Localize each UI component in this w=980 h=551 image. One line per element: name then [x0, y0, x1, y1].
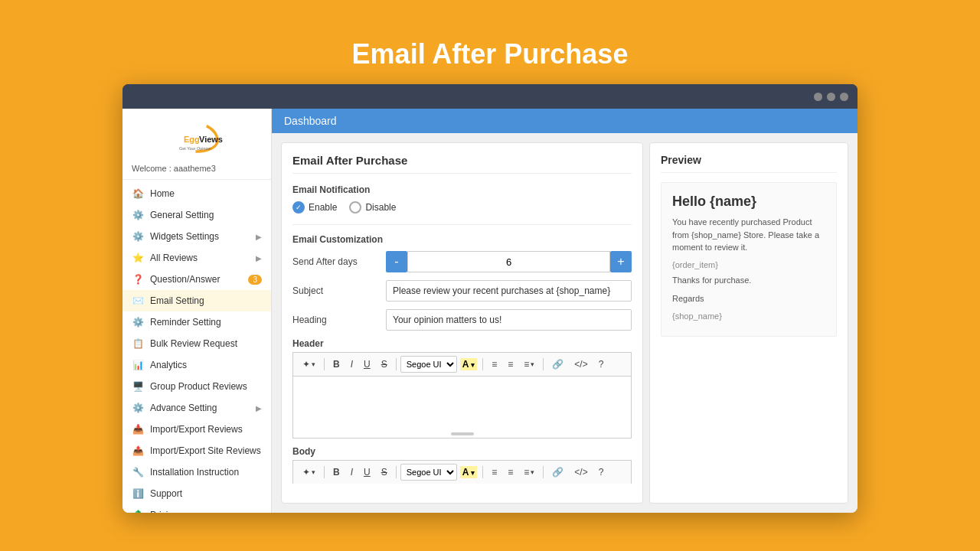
sidebar-item-question-answer[interactable]: ❓Question/Answer3 [122, 269, 271, 290]
sidebar-nav: 🏠Home⚙️General Setting⚙️Widgets Settings… [122, 180, 271, 513]
body-italic-btn[interactable]: I [346, 465, 358, 480]
body-separator-1 [324, 466, 325, 478]
body-help-btn[interactable]: ? [594, 465, 609, 480]
body-section-label: Body [292, 446, 632, 457]
magic-btn[interactable]: ✦ ▾ [298, 357, 320, 372]
body-separator-3 [482, 466, 483, 478]
widgets-settings-icon: ⚙️ [132, 231, 144, 242]
preview-content: Hello {name} You have recently purchased… [661, 182, 837, 337]
form-panel: Email After Purchase Email Notification … [281, 142, 643, 504]
ordered-list-btn[interactable]: ≡ [503, 357, 518, 372]
font-family-select[interactable]: Segoe UI Arial Georgia [400, 356, 457, 373]
sidebar-label-installation-instruction: Installation Instruction [150, 467, 239, 478]
question-answer-icon: ❓ [132, 274, 144, 285]
sidebar-logo: Egg Views Get Your Opinion [122, 109, 271, 161]
sidebar-item-pricing[interactable]: 💲Pricing [122, 504, 271, 513]
sidebar: Egg Views Get Your Opinion Welcome : aaa… [122, 109, 272, 513]
body-underline-btn[interactable]: U [359, 465, 375, 480]
sidebar-item-email-setting[interactable]: ✉️Email Setting [122, 290, 271, 311]
subject-label: Subject [292, 285, 377, 296]
sidebar-item-advance-setting[interactable]: ⚙️Advance Setting▶ [122, 397, 271, 419]
email-customization-label: Email Customization [292, 234, 632, 245]
heading-input[interactable] [386, 309, 632, 331]
underline-btn[interactable]: U [359, 357, 375, 372]
unordered-list-btn[interactable]: ≡ [487, 357, 501, 372]
body-toolbar: ✦ ▾ B I U S Segoe UI Arial A ▾ ≡ [292, 460, 632, 484]
sidebar-label-widgets-settings: Widgets Settings [150, 231, 219, 242]
home-icon: 🏠 [132, 188, 144, 199]
increment-button[interactable]: + [610, 251, 632, 272]
sidebar-item-import-export-site-reviews[interactable]: 📤Import/Export Site Reviews [122, 440, 271, 461]
sidebar-item-widgets-settings[interactable]: ⚙️Widgets Settings▶ [122, 226, 271, 247]
bulk-review-request-icon: 📋 [132, 338, 144, 349]
bold-btn[interactable]: B [328, 357, 345, 372]
body-link-btn[interactable]: 🔗 [547, 465, 568, 480]
body-ordered-list-btn[interactable]: ≡ [503, 465, 518, 480]
disable-radio[interactable]: Disable [349, 201, 396, 214]
decrement-button[interactable]: - [386, 251, 407, 272]
svg-text:Egg: Egg [184, 135, 200, 144]
body-font-family-select[interactable]: Segoe UI Arial [400, 464, 457, 481]
heading-row: Heading [292, 309, 632, 331]
italic-btn[interactable]: I [346, 357, 358, 372]
sidebar-label-pricing: Pricing [150, 510, 178, 513]
font-size-btn[interactable]: A ▾ [460, 358, 478, 370]
group-product-reviews-icon: 🖥️ [132, 381, 144, 392]
installation-instruction-icon: 🔧 [132, 467, 144, 478]
sidebar-item-general-setting[interactable]: ⚙️General Setting [122, 204, 271, 226]
question-answer-badge: 3 [248, 275, 262, 285]
browser-window: Egg Views Get Your Opinion Welcome : aaa… [122, 84, 858, 513]
body-code-btn[interactable]: </> [570, 465, 592, 480]
sidebar-label-analytics: Analytics [150, 360, 187, 370]
browser-dot-3 [840, 93, 848, 101]
body-bold-btn[interactable]: B [328, 465, 345, 480]
browser-dot-2 [827, 93, 835, 101]
body-unordered-list-btn[interactable]: ≡ [487, 465, 501, 480]
enable-radio[interactable]: Enable [292, 201, 337, 214]
sidebar-label-bulk-review-request: Bulk Review Request [150, 338, 237, 349]
sidebar-label-home: Home [150, 188, 175, 199]
enable-label: Enable [309, 202, 337, 213]
widgets-settings-chevron: ▶ [256, 233, 262, 241]
body-align-btn[interactable]: ≡ ▾ [519, 465, 539, 480]
svg-text:Get Your Opinion: Get Your Opinion [179, 146, 211, 151]
support-icon: ℹ️ [132, 488, 144, 499]
help-btn[interactable]: ? [594, 357, 609, 372]
page-title: Email After Purchase [352, 38, 629, 70]
sidebar-item-reminder-setting[interactable]: ⚙️Reminder Setting [122, 311, 271, 333]
preview-title: Preview [661, 154, 837, 173]
sidebar-item-import-export-reviews[interactable]: 📥Import/Export Reviews [122, 419, 271, 440]
body-separator-2 [396, 466, 397, 478]
advance-setting-icon: ⚙️ [132, 403, 144, 413]
sidebar-item-group-product-reviews[interactable]: 🖥️Group Product Reviews [122, 376, 271, 397]
sidebar-item-installation-instruction[interactable]: 🔧Installation Instruction [122, 461, 271, 483]
header-editor-content[interactable] [293, 377, 631, 438]
browser-titlebar [122, 84, 858, 109]
code-btn[interactable]: </> [570, 357, 592, 372]
days-input[interactable] [407, 251, 610, 272]
sidebar-item-bulk-review-request[interactable]: 📋Bulk Review Request [122, 333, 271, 354]
strikethrough-btn[interactable]: S [377, 357, 392, 372]
subject-input[interactable] [386, 280, 632, 302]
send-after-days-stepper: - + [386, 251, 632, 272]
separator-2 [396, 358, 397, 370]
sidebar-item-home[interactable]: 🏠Home [122, 183, 271, 204]
sidebar-label-group-product-reviews: Group Product Reviews [150, 381, 247, 392]
sidebar-label-general-setting: General Setting [150, 210, 214, 220]
advance-setting-chevron: ▶ [256, 404, 262, 412]
link-btn[interactable]: 🔗 [547, 357, 568, 372]
general-setting-icon: ⚙️ [132, 210, 144, 220]
body-strikethrough-btn[interactable]: S [377, 465, 392, 480]
analytics-icon: 📊 [132, 360, 144, 370]
sidebar-item-all-reviews[interactable]: ⭐All Reviews▶ [122, 247, 271, 269]
body-magic-btn[interactable]: ✦ ▾ [298, 465, 320, 480]
sidebar-item-analytics[interactable]: 📊Analytics [122, 354, 271, 376]
header-editor[interactable] [292, 376, 632, 439]
preview-hello: Hello {name} [672, 194, 825, 210]
body-font-size-btn[interactable]: A ▾ [460, 466, 478, 478]
preview-order-item: {order_item} [672, 260, 825, 269]
sidebar-item-support[interactable]: ℹ️Support [122, 483, 271, 504]
preview-thanks: Thanks for purchase. [672, 274, 825, 287]
align-btn[interactable]: ≡ ▾ [519, 357, 539, 372]
email-notification-label: Email Notification [292, 184, 632, 195]
